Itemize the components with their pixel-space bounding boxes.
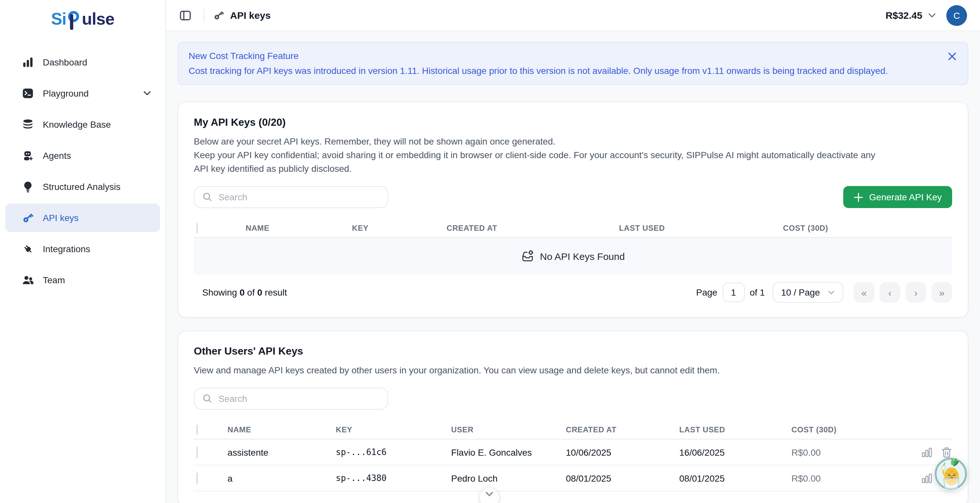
- row-checkbox[interactable]: [196, 472, 198, 484]
- sidebar-item-label: Structured Analysis: [43, 181, 121, 192]
- select-all-checkbox[interactable]: [196, 223, 198, 233]
- other-keys-title: Other Users' API Keys: [194, 345, 952, 357]
- avatar[interactable]: C: [946, 5, 967, 25]
- showing-total: 0: [257, 287, 262, 298]
- page-number-input[interactable]: [722, 283, 745, 302]
- people-icon: [22, 274, 34, 286]
- select-all-checkbox[interactable]: [196, 424, 198, 435]
- cell-name: assistente: [228, 447, 336, 457]
- main-scroll-area: New Cost Tracking Feature Cost tracking …: [166, 31, 980, 503]
- page-label: Page: [696, 287, 717, 298]
- page-title: API keys: [230, 10, 270, 21]
- plug-icon: [22, 243, 34, 255]
- sidebar-item-team[interactable]: Team: [5, 266, 160, 294]
- other-keys-table: NAME KEY USER CREATED AT LAST USED COST …: [194, 420, 952, 491]
- first-page-button[interactable]: «: [854, 282, 874, 303]
- chevron-down-icon: [143, 91, 151, 96]
- my-keys-desc-line2: Keep your API key confidential; avoid sh…: [194, 150, 875, 174]
- cost-tracking-banner: New Cost Tracking Feature Cost tracking …: [178, 42, 968, 85]
- next-page-button[interactable]: ›: [905, 282, 926, 303]
- sidebar-item-label: API keys: [43, 213, 79, 223]
- sidebar-item-dashboard[interactable]: Dashboard: [5, 48, 160, 76]
- row-checkbox[interactable]: [196, 446, 198, 458]
- sidebar-toggle-button[interactable]: [176, 6, 194, 24]
- sidebar-item-label: Agents: [43, 150, 71, 161]
- sidebar-item-label: Knowledge Base: [43, 119, 111, 130]
- column-header-created: CREATED AT: [566, 425, 679, 434]
- sipulse-logo[interactable]: Si ulse: [0, 9, 165, 39]
- sidebar-item-playground[interactable]: Playground: [5, 79, 160, 108]
- other-keys-search: [194, 388, 388, 410]
- column-header-created: CREATED AT: [447, 223, 619, 232]
- page-of-label: of 1: [749, 287, 765, 298]
- lightbulb-icon: [22, 181, 34, 193]
- content-area: API keys R$32.45 C New Cost Tracking Fea…: [166, 0, 980, 503]
- header-divider: [204, 8, 204, 22]
- app-window: Si ulse Dashboard Playground: [0, 0, 980, 503]
- bar-chart-icon: [22, 56, 34, 68]
- chevron-down-icon: [928, 13, 936, 18]
- sidebar: Si ulse Dashboard Playground: [0, 0, 166, 503]
- search-input[interactable]: [218, 393, 380, 404]
- sidebar-item-label: Dashboard: [43, 57, 87, 67]
- empty-state-text: No API Keys Found: [540, 250, 625, 261]
- usage-chart-icon[interactable]: [921, 472, 933, 484]
- cell-cost: R$0.00: [791, 473, 889, 483]
- column-header-cost: COST (30D): [783, 223, 952, 232]
- mascot-chat-widget[interactable]: [934, 457, 968, 491]
- balance-amount: R$32.45: [886, 10, 922, 21]
- column-header-cost: COST (30D): [791, 425, 889, 434]
- cell-name: a: [228, 473, 336, 483]
- my-keys-table: NAME KEY CREATED AT LAST USED COST (30D)…: [194, 218, 952, 303]
- page-size-value: 10 / Page: [781, 287, 820, 298]
- usage-chart-icon[interactable]: [921, 446, 933, 458]
- cell-created: 10/06/2025: [566, 447, 679, 457]
- showing-suffix: result: [265, 287, 287, 298]
- my-keys-search: [194, 186, 388, 208]
- last-page-button[interactable]: »: [931, 282, 952, 303]
- sidebar-item-label: Integrations: [43, 244, 90, 254]
- key-icon: [22, 212, 34, 224]
- key-icon: [213, 10, 224, 21]
- sidebar-item-label: Team: [43, 275, 65, 285]
- chevron-down-icon: [828, 290, 835, 294]
- sidebar-item-integrations[interactable]: Integrations: [5, 235, 160, 263]
- other-users-api-keys-card: Other Users' API Keys View and manage AP…: [178, 331, 968, 503]
- my-keys-desc-line1: Below are your secret API keys. Remember…: [194, 136, 555, 146]
- prev-page-button[interactable]: ‹: [880, 282, 900, 303]
- trash-icon[interactable]: [941, 446, 952, 458]
- cell-key: sp-...4380: [336, 473, 451, 483]
- my-keys-table-header: NAME KEY CREATED AT LAST USED COST (30D): [194, 218, 952, 238]
- column-header-user: USER: [451, 425, 566, 434]
- cell-cost: R$0.00: [791, 447, 889, 457]
- logo-p-icon: [67, 9, 81, 29]
- balance-dropdown[interactable]: R$32.45: [886, 10, 936, 21]
- sidebar-nav: Dashboard Playground Knowledge Base: [0, 48, 165, 294]
- page-size-select[interactable]: 10 / Page: [773, 282, 843, 303]
- logo-text-ulse: ulse: [82, 9, 115, 29]
- banner-title: New Cost Tracking Feature: [189, 51, 942, 61]
- sidebar-item-knowledge-base[interactable]: Knowledge Base: [5, 110, 160, 139]
- table-row: assistente sp-...61c6 Flavio E. Goncalve…: [194, 439, 952, 465]
- close-icon[interactable]: [946, 50, 959, 63]
- pineapple-mascot-icon: [934, 457, 968, 491]
- search-icon: [202, 393, 213, 404]
- sidebar-item-api-keys[interactable]: API keys: [5, 204, 160, 232]
- column-header-name: NAME: [246, 223, 352, 232]
- pagination: Page of 1 10 / Page « ‹ › »: [696, 282, 952, 303]
- column-header-last-used: LAST USED: [619, 223, 783, 232]
- other-keys-table-header: NAME KEY USER CREATED AT LAST USED COST …: [194, 420, 952, 439]
- my-api-keys-title: My API Keys (0/20): [194, 117, 952, 128]
- empty-state: No API Keys Found: [194, 238, 952, 274]
- table-row: a sp-...4380 Pedro Loch 08/01/2025 08/01…: [194, 465, 952, 491]
- search-input[interactable]: [218, 192, 380, 202]
- logo-text-si: Si: [51, 9, 66, 29]
- generate-api-key-label: Generate API Key: [869, 192, 942, 202]
- sidebar-item-agents[interactable]: Agents: [5, 141, 160, 170]
- other-keys-desc: View and manage API keys created by othe…: [194, 364, 878, 377]
- column-header-name: NAME: [228, 425, 336, 434]
- generate-api-key-button[interactable]: Generate API Key: [843, 186, 952, 208]
- sidebar-item-structured-analysis[interactable]: Structured Analysis: [5, 172, 160, 201]
- cell-last-used: 08/01/2025: [679, 473, 791, 483]
- cell-user: Pedro Loch: [451, 473, 566, 483]
